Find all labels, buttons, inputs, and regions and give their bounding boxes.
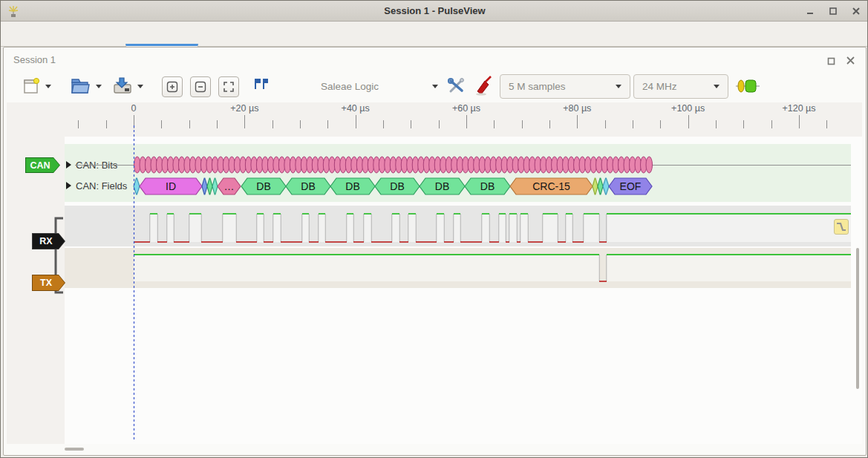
add-decoder-button[interactable] <box>736 79 760 94</box>
cursors-flags-icon <box>251 77 269 95</box>
can-fields-row-label: CAN: Fields <box>76 180 127 192</box>
configure-device-button[interactable] <box>447 76 466 95</box>
device-dropdown-caret <box>432 85 438 88</box>
zoom-fit-icon <box>223 81 235 93</box>
tx-tag-label: TX <box>32 275 65 291</box>
can-fields-expander-icon[interactable] <box>66 182 71 189</box>
save-file-button[interactable] <box>112 76 133 96</box>
zoom-out-icon <box>195 81 206 93</box>
ruler-minor-tick <box>161 120 162 128</box>
time-ruler[interactable]: 0+20 µs+40 µs+60 µs+80 µs+100 µs+120 µs <box>7 102 862 137</box>
ruler-minor-tick <box>383 120 384 128</box>
open-folder-icon <box>70 76 91 96</box>
zoom-fit-button[interactable] <box>218 76 239 97</box>
ruler-time-label: 0 <box>131 103 137 114</box>
channel-tag-tx[interactable]: TX <box>32 275 65 291</box>
ruler-minor-tick <box>743 120 744 128</box>
ruler-major-tick <box>244 115 245 128</box>
ruler-minor-tick <box>494 120 495 128</box>
decoder-tag-label: CAN <box>25 157 60 173</box>
sample-rate-select[interactable]: 24 MHz <box>633 74 728 99</box>
rx-tag-label: RX <box>32 233 65 249</box>
vertical-scrollbar[interactable] <box>856 248 859 389</box>
probe-icon <box>474 75 494 96</box>
decoder-tag-can[interactable]: CAN <box>25 157 60 173</box>
add-decoder-icon <box>736 79 760 94</box>
open-file-dropdown-caret[interactable] <box>96 85 102 88</box>
sample-count-value: 5 M samples <box>509 81 566 92</box>
maximize-icon[interactable] <box>825 4 841 18</box>
save-dropdown-caret[interactable] <box>137 85 143 88</box>
device-selector[interactable]: Saleae Logic <box>313 74 446 99</box>
sample-rate-value: 24 MHz <box>642 81 677 92</box>
subwindow-title: Session 1 <box>13 54 56 65</box>
zoom-out-button[interactable] <box>190 76 211 97</box>
ruler-minor-tick <box>522 120 523 128</box>
ruler-major-tick <box>688 115 689 128</box>
ruler-major-tick <box>577 115 578 128</box>
channel-tag-rx[interactable]: RX <box>32 233 65 249</box>
channels-button[interactable] <box>474 75 494 96</box>
ruler-major-tick <box>134 115 134 128</box>
save-icon <box>112 76 133 96</box>
ruler-minor-tick <box>106 120 107 128</box>
sample-rate-caret <box>714 85 719 88</box>
horizontal-scrollbar[interactable] <box>65 448 84 451</box>
minimize-icon[interactable] <box>802 4 818 18</box>
ruler-minor-tick <box>633 120 633 128</box>
rx-trace-band <box>65 206 851 246</box>
subwindow-restore-icon[interactable] <box>825 56 837 66</box>
subwindow-close-icon[interactable] <box>843 53 857 67</box>
zoom-in-button[interactable] <box>162 76 183 97</box>
configure-wrench-icon <box>447 76 466 95</box>
ruler-time-label: +120 µs <box>782 103 815 114</box>
ruler-time-label: +100 µs <box>671 103 705 114</box>
open-file-button[interactable] <box>70 76 91 96</box>
tx-trace-band <box>65 248 851 288</box>
ruler-minor-tick <box>273 120 273 128</box>
falling-edge-icon <box>835 220 847 233</box>
ruler-time-label: +80 µs <box>563 103 591 114</box>
show-cursors-button[interactable] <box>251 77 269 95</box>
new-file-button[interactable] <box>22 76 41 96</box>
ruler-minor-tick <box>549 120 550 128</box>
new-file-dropdown-caret[interactable] <box>45 85 51 88</box>
ruler-minor-tick <box>411 120 411 128</box>
sample-count-caret <box>616 85 621 88</box>
ruler-minor-tick <box>660 120 661 128</box>
main-toolbar: Run Session 1 <box>1 22 868 47</box>
device-selector-value: Saleae Logic <box>321 81 379 92</box>
ruler-minor-tick <box>771 120 772 128</box>
ruler-minor-tick <box>826 120 827 128</box>
ruler-minor-tick <box>716 120 717 128</box>
decoder-trace-band <box>65 144 851 202</box>
ruler-minor-tick <box>327 120 328 128</box>
window-title: Session 1 - PulseView <box>1 5 868 16</box>
can-bits-expander-icon[interactable] <box>66 161 71 169</box>
sample-count-select[interactable]: 5 M samples <box>500 74 630 99</box>
ruler-time-label: +40 µs <box>342 103 370 114</box>
ruler-minor-tick <box>605 120 606 128</box>
ruler-time-label: +20 µs <box>230 103 258 114</box>
pulseview-window: { "window": { "title": "Session 1 - Puls… <box>0 0 868 458</box>
can-bits-row-label: CAN: Bits <box>76 160 117 171</box>
ruler-minor-tick <box>78 120 79 128</box>
ruler-major-tick <box>356 115 356 128</box>
ruler-minor-tick <box>439 120 440 128</box>
new-file-icon <box>22 76 41 96</box>
trigger-marker-falling-edge[interactable] <box>834 219 849 235</box>
ruler-major-tick <box>799 115 800 128</box>
zoom-in-icon <box>166 81 178 93</box>
ruler-minor-tick <box>217 120 218 128</box>
ruler-minor-tick <box>300 120 301 128</box>
close-icon[interactable] <box>848 4 864 18</box>
ruler-minor-tick <box>189 120 190 128</box>
window-titlebar: Session 1 - PulseView <box>1 1 868 22</box>
ruler-time-label: +60 µs <box>452 103 480 114</box>
ruler-major-tick <box>466 115 467 128</box>
window-controls <box>802 4 864 18</box>
